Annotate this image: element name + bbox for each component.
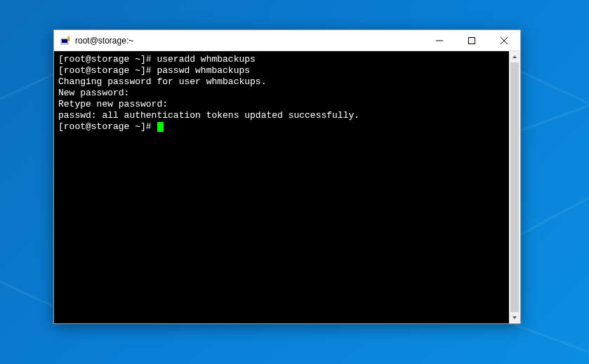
terminal-window: root@storage:~ [root@storage ~]# useradd… [53, 29, 521, 324]
terminal-line: [root@storage ~]# [58, 121, 516, 133]
scrollbar-thumb[interactable] [510, 62, 519, 312]
window-controls [423, 30, 520, 50]
terminal-line: Retype new password: [58, 99, 516, 110]
terminal-text: passwd: all authentication tokens update… [58, 110, 359, 121]
svg-rect-4 [469, 37, 475, 43]
vertical-scrollbar[interactable] [509, 51, 520, 323]
window-titlebar[interactable]: root@storage:~ [54, 30, 520, 51]
scrollbar-down-button[interactable] [509, 312, 520, 323]
terminal-line: passwd: all authentication tokens update… [58, 110, 516, 121]
terminal-prompt: [root@storage ~]# [58, 121, 157, 132]
terminal-line: [root@storage ~]# passwd whmbackups [58, 65, 516, 76]
terminal-text: New password: [58, 88, 129, 98]
putty-icon [60, 35, 71, 46]
svg-marker-8 [512, 316, 517, 319]
minimize-button[interactable] [423, 30, 456, 50]
terminal-line: [root@storage ~]# useradd whmbackups [58, 54, 516, 65]
terminal-text: useradd whmbackups [157, 54, 255, 65]
terminal-content-area[interactable]: [root@storage ~]# useradd whmbackups[roo… [54, 51, 520, 323]
terminal-prompt: [root@storage ~]# [58, 65, 157, 76]
terminal-line: Changing password for user whmbackups. [58, 76, 516, 88]
terminal-text: passwd whmbackups [157, 65, 250, 76]
svg-rect-2 [68, 36, 70, 41]
maximize-button[interactable] [456, 30, 488, 50]
terminal-cursor [157, 122, 164, 132]
window-title: root@storage:~ [75, 36, 423, 46]
svg-rect-1 [62, 39, 67, 43]
svg-marker-7 [512, 55, 517, 58]
terminal-text: Retype new password: [58, 99, 168, 109]
terminal-prompt: [root@storage ~]# [58, 54, 157, 65]
close-button[interactable] [488, 30, 520, 50]
scrollbar-up-button[interactable] [509, 51, 520, 62]
terminal-text: Changing password for user whmbackups. [58, 76, 266, 87]
terminal-line: New password: [58, 88, 516, 99]
